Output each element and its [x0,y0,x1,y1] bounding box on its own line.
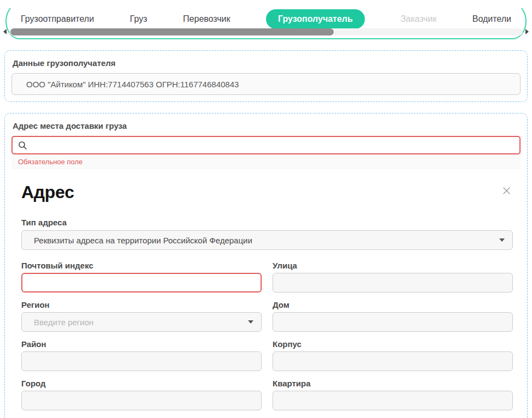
scroll-right-icon[interactable] [525,29,529,34]
city-input[interactable] [21,391,262,410]
region-placeholder: Введите регион [34,318,93,327]
tab-row: Грузоотправители Груз Перевозчик Грузопо… [7,4,525,28]
address-type-select[interactable]: Реквизиты адреса на территории Российско… [21,230,513,250]
tab-customer[interactable]: Заказчик [400,14,436,24]
postal-code-input[interactable] [21,273,262,292]
tab-drivers[interactable]: Водители [472,14,511,24]
district-input[interactable] [21,351,262,371]
close-icon[interactable] [503,187,511,195]
tab-cargo[interactable]: Груз [130,14,147,24]
consignee-section-title: Данные грузополучателя [13,58,521,68]
tab-carrier[interactable]: Перевозчик [183,14,230,24]
required-field-error: Обязательное поле [11,154,521,169]
address-fields-grid: Почтовый индекс Улица Регион Введите рег… [21,253,513,418]
consignee-company-field[interactable]: ООО "Айтиком" ИНН:7714407563 ОГРН:116774… [11,73,521,95]
apartment-input[interactable] [273,391,513,410]
house-label: Дом [273,300,513,309]
district-label: Район [21,339,262,349]
postal-code-group: Почтовый индекс [21,261,262,292]
street-input[interactable] [273,273,513,292]
apartment-label: Квартира [273,379,513,388]
street-label: Улица [273,261,513,270]
address-search-input[interactable] [27,137,519,153]
delivery-address-section: Адрес места доставки груза Обязательное … [4,113,528,418]
address-form: Адрес Тип адреса Реквизиты адреса на тер… [11,182,521,418]
region-group: Регион Введите регион [21,300,262,332]
house-input[interactable] [273,312,513,332]
search-icon [18,141,27,150]
city-label: Город [21,379,262,388]
apartment-group: Квартира [273,379,513,410]
building-group: Корпус [273,339,513,371]
tab-consignee-active[interactable]: Грузополучатель [266,9,365,29]
region-select[interactable]: Введите регион [21,312,262,332]
tab-shippers[interactable]: Грузоотправители [21,14,94,24]
address-type-label: Тип адреса [21,218,513,227]
scrollbar-thumb[interactable] [10,28,334,35]
house-group: Дом [273,300,513,332]
tabs-horizontal-scrollbar [3,28,529,35]
scrollbar-track[interactable] [9,28,523,35]
address-type-group: Тип адреса Реквизиты адреса на территори… [21,218,513,250]
postal-code-label: Почтовый индекс [21,261,262,270]
address-form-header: Адрес [21,182,513,202]
building-label: Корпус [273,339,513,349]
region-label: Регион [21,300,262,309]
chevron-down-icon [248,320,253,324]
address-search-box [11,136,521,154]
consignee-data-section: Данные грузополучателя ООО "Айтиком" ИНН… [4,50,528,102]
delivery-section-title: Адрес места доставки груза [13,121,521,130]
street-group: Улица [273,261,513,292]
building-input[interactable] [273,351,513,371]
address-form-title: Адрес [21,182,74,202]
district-group: Район [21,339,262,371]
city-group: Город [21,379,262,410]
chevron-down-icon [499,238,505,242]
entity-tabbar: Грузоотправители Груз Перевозчик Грузопо… [5,3,527,39]
address-type-value: Реквизиты адреса на территории Российско… [34,236,252,245]
scroll-left-icon[interactable] [3,29,7,34]
